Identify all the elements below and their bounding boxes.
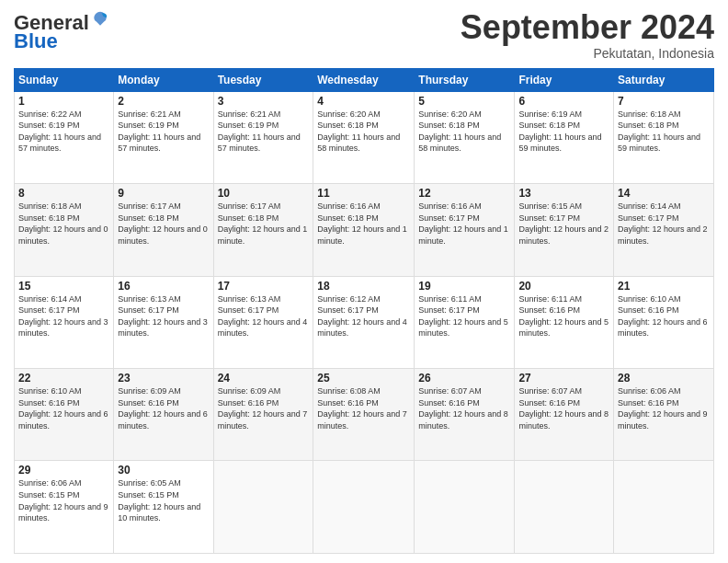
day-number: 16 xyxy=(118,280,209,293)
day-info: Sunrise: 6:17 AMSunset: 6:18 PMDaylight:… xyxy=(118,201,209,247)
day-number: 6 xyxy=(518,95,609,108)
day-info: Sunrise: 6:20 AMSunset: 6:18 PMDaylight:… xyxy=(317,109,410,155)
table-row xyxy=(515,461,614,554)
day-info: Sunrise: 6:09 AMSunset: 6:16 PMDaylight:… xyxy=(118,385,209,431)
header: General Blue September 2024 Pekutatan, I… xyxy=(14,9,714,61)
table-row xyxy=(313,461,415,554)
day-number: 2 xyxy=(118,95,209,108)
col-wednesday: Wednesday xyxy=(313,68,415,91)
day-number: 30 xyxy=(118,464,209,477)
day-info: Sunrise: 6:09 AMSunset: 6:16 PMDaylight:… xyxy=(218,385,310,431)
day-info: Sunrise: 6:06 AMSunset: 6:15 PMDaylight:… xyxy=(18,477,109,523)
day-info: Sunrise: 6:22 AMSunset: 6:19 PMDaylight:… xyxy=(18,109,109,155)
table-row: 12Sunrise: 6:16 AMSunset: 6:17 PMDayligh… xyxy=(415,184,515,276)
table-row: 11Sunrise: 6:16 AMSunset: 6:18 PMDayligh… xyxy=(313,184,415,276)
table-row: 13Sunrise: 6:15 AMSunset: 6:17 PMDayligh… xyxy=(515,184,614,276)
day-info: Sunrise: 6:20 AMSunset: 6:18 PMDaylight:… xyxy=(418,109,510,155)
table-row: 6Sunrise: 6:19 AMSunset: 6:18 PMDaylight… xyxy=(515,91,614,183)
table-row: 3Sunrise: 6:21 AMSunset: 6:19 PMDaylight… xyxy=(213,91,313,183)
day-number: 28 xyxy=(618,372,710,385)
day-info: Sunrise: 6:14 AMSunset: 6:17 PMDaylight:… xyxy=(618,201,710,247)
day-info: Sunrise: 6:16 AMSunset: 6:18 PMDaylight:… xyxy=(317,201,410,247)
table-row: 19Sunrise: 6:11 AMSunset: 6:17 PMDayligh… xyxy=(415,276,515,368)
day-number: 23 xyxy=(118,372,209,385)
calendar-week-row: 29Sunrise: 6:06 AMSunset: 6:15 PMDayligh… xyxy=(15,461,714,554)
location-subtitle: Pekutatan, Indonesia xyxy=(461,46,714,61)
day-info: Sunrise: 6:16 AMSunset: 6:17 PMDaylight:… xyxy=(418,201,510,247)
day-info: Sunrise: 6:19 AMSunset: 6:18 PMDaylight:… xyxy=(518,109,609,155)
day-info: Sunrise: 6:15 AMSunset: 6:17 PMDaylight:… xyxy=(518,201,609,247)
table-row: 20Sunrise: 6:11 AMSunset: 6:16 PMDayligh… xyxy=(515,276,614,368)
day-number: 8 xyxy=(18,187,109,200)
day-info: Sunrise: 6:10 AMSunset: 6:16 PMDaylight:… xyxy=(18,385,109,431)
table-row: 16Sunrise: 6:13 AMSunset: 6:17 PMDayligh… xyxy=(114,276,213,368)
day-info: Sunrise: 6:14 AMSunset: 6:17 PMDaylight:… xyxy=(18,293,109,339)
table-row: 8Sunrise: 6:18 AMSunset: 6:18 PMDaylight… xyxy=(15,184,114,276)
table-row xyxy=(614,461,714,554)
month-title: September 2024 xyxy=(461,9,714,46)
day-info: Sunrise: 6:17 AMSunset: 6:18 PMDaylight:… xyxy=(218,201,310,247)
day-number: 1 xyxy=(18,95,109,108)
calendar-week-row: 15Sunrise: 6:14 AMSunset: 6:17 PMDayligh… xyxy=(15,276,714,368)
day-number: 12 xyxy=(418,187,510,200)
day-number: 10 xyxy=(218,187,310,200)
day-info: Sunrise: 6:21 AMSunset: 6:19 PMDaylight:… xyxy=(218,109,310,155)
col-monday: Monday xyxy=(114,68,213,91)
day-info: Sunrise: 6:05 AMSunset: 6:15 PMDaylight:… xyxy=(118,477,209,523)
day-number: 29 xyxy=(18,464,109,477)
day-info: Sunrise: 6:18 AMSunset: 6:18 PMDaylight:… xyxy=(18,201,109,247)
table-row: 21Sunrise: 6:10 AMSunset: 6:16 PMDayligh… xyxy=(614,276,714,368)
day-number: 20 xyxy=(518,280,609,293)
day-info: Sunrise: 6:08 AMSunset: 6:16 PMDaylight:… xyxy=(317,385,410,431)
calendar-week-row: 22Sunrise: 6:10 AMSunset: 6:16 PMDayligh… xyxy=(15,369,714,461)
day-number: 17 xyxy=(218,280,310,293)
table-row: 25Sunrise: 6:08 AMSunset: 6:16 PMDayligh… xyxy=(313,369,415,461)
day-number: 25 xyxy=(317,372,410,385)
title-block: September 2024 Pekutatan, Indonesia xyxy=(461,9,714,61)
day-info: Sunrise: 6:11 AMSunset: 6:17 PMDaylight:… xyxy=(418,293,510,339)
table-row: 9Sunrise: 6:17 AMSunset: 6:18 PMDaylight… xyxy=(114,184,213,276)
day-number: 24 xyxy=(218,372,310,385)
day-number: 27 xyxy=(518,372,609,385)
day-info: Sunrise: 6:21 AMSunset: 6:19 PMDaylight:… xyxy=(118,109,209,155)
col-friday: Friday xyxy=(515,68,614,91)
calendar-week-row: 8Sunrise: 6:18 AMSunset: 6:18 PMDaylight… xyxy=(15,184,714,276)
day-number: 13 xyxy=(518,187,609,200)
logo: General Blue xyxy=(14,13,109,53)
table-row: 5Sunrise: 6:20 AMSunset: 6:18 PMDaylight… xyxy=(415,91,515,183)
day-info: Sunrise: 6:12 AMSunset: 6:17 PMDaylight:… xyxy=(317,293,410,339)
table-row: 2Sunrise: 6:21 AMSunset: 6:19 PMDaylight… xyxy=(114,91,213,183)
col-tuesday: Tuesday xyxy=(213,68,313,91)
day-number: 7 xyxy=(618,95,710,108)
table-row xyxy=(213,461,313,554)
calendar-table: Sunday Monday Tuesday Wednesday Thursday… xyxy=(14,68,714,554)
day-number: 15 xyxy=(18,280,109,293)
day-number: 18 xyxy=(317,280,410,293)
day-number: 19 xyxy=(418,280,510,293)
day-number: 3 xyxy=(218,95,310,108)
day-info: Sunrise: 6:06 AMSunset: 6:16 PMDaylight:… xyxy=(618,385,710,431)
table-row: 7Sunrise: 6:18 AMSunset: 6:18 PMDaylight… xyxy=(614,91,714,183)
day-info: Sunrise: 6:07 AMSunset: 6:16 PMDaylight:… xyxy=(518,385,609,431)
table-row: 24Sunrise: 6:09 AMSunset: 6:16 PMDayligh… xyxy=(213,369,313,461)
day-number: 4 xyxy=(317,95,410,108)
calendar-header-row: Sunday Monday Tuesday Wednesday Thursday… xyxy=(15,68,714,91)
table-row: 26Sunrise: 6:07 AMSunset: 6:16 PMDayligh… xyxy=(415,369,515,461)
table-row: 17Sunrise: 6:13 AMSunset: 6:17 PMDayligh… xyxy=(213,276,313,368)
col-saturday: Saturday xyxy=(614,68,714,91)
table-row: 29Sunrise: 6:06 AMSunset: 6:15 PMDayligh… xyxy=(15,461,114,554)
day-info: Sunrise: 6:11 AMSunset: 6:16 PMDaylight:… xyxy=(518,293,609,339)
table-row: 30Sunrise: 6:05 AMSunset: 6:15 PMDayligh… xyxy=(114,461,213,554)
day-info: Sunrise: 6:18 AMSunset: 6:18 PMDaylight:… xyxy=(618,109,710,155)
day-number: 26 xyxy=(418,372,510,385)
table-row: 22Sunrise: 6:10 AMSunset: 6:16 PMDayligh… xyxy=(15,369,114,461)
table-row: 27Sunrise: 6:07 AMSunset: 6:16 PMDayligh… xyxy=(515,369,614,461)
col-thursday: Thursday xyxy=(415,68,515,91)
calendar-week-row: 1Sunrise: 6:22 AMSunset: 6:19 PMDaylight… xyxy=(15,91,714,183)
col-sunday: Sunday xyxy=(15,68,114,91)
day-number: 21 xyxy=(618,280,710,293)
table-row: 14Sunrise: 6:14 AMSunset: 6:17 PMDayligh… xyxy=(614,184,714,276)
day-info: Sunrise: 6:10 AMSunset: 6:16 PMDaylight:… xyxy=(618,293,710,339)
logo-bird-icon xyxy=(91,10,109,29)
table-row: 15Sunrise: 6:14 AMSunset: 6:17 PMDayligh… xyxy=(15,276,114,368)
